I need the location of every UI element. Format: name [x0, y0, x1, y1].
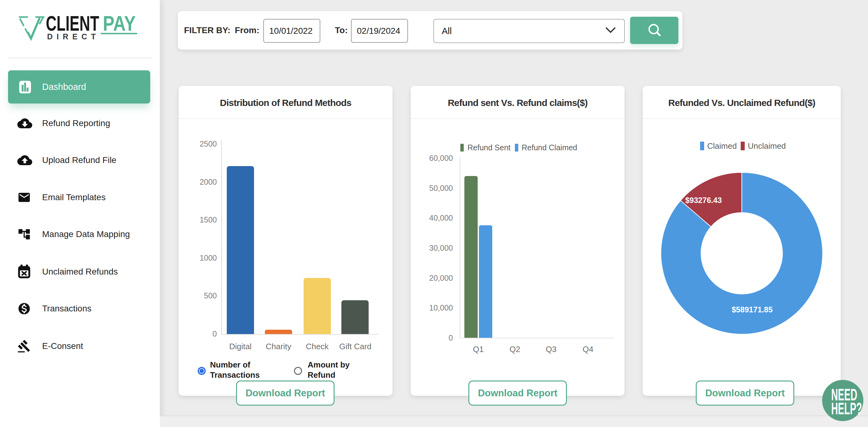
- svg-text:CLIENT: CLIENT: [46, 12, 99, 35]
- svg-text:PAY: PAY: [103, 12, 136, 35]
- svg-text:DIRECT: DIRECT: [47, 32, 100, 41]
